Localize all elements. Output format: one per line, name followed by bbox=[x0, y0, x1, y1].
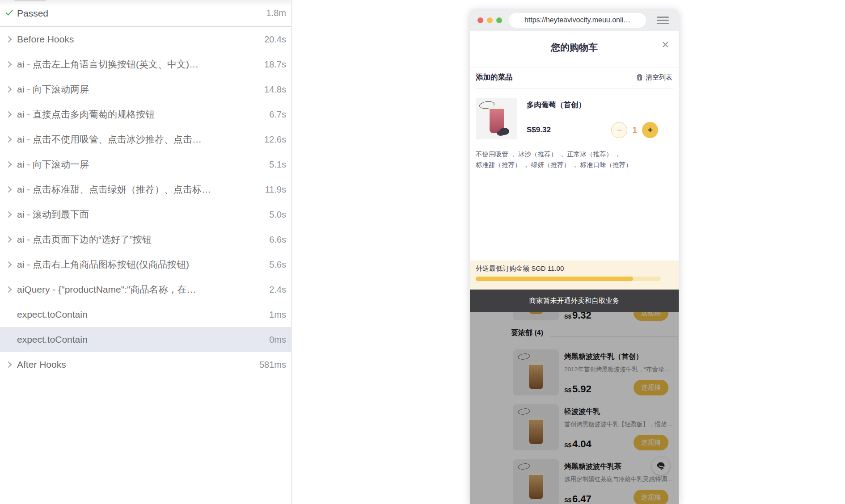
test-step-row[interactable]: aiQuery - {"productName":"商品名称，在… 2.4s bbox=[0, 277, 291, 302]
test-step-row[interactable]: expect.toContain 0ms bbox=[0, 327, 291, 352]
test-status-duration: 1.8m bbox=[266, 8, 286, 18]
test-step-label: aiQuery - {"productName":"商品名称，在… bbox=[17, 283, 269, 296]
cart-item-price: S$9.32 bbox=[527, 126, 551, 134]
quantity-stepper: − 1 + bbox=[611, 122, 658, 138]
test-step-duration: 1ms bbox=[269, 310, 286, 320]
trash-icon bbox=[636, 74, 643, 81]
test-step-duration: 11.9s bbox=[265, 185, 286, 195]
app-root: Passed 1.8m Before Hooks 20.4s ai - 点击左上… bbox=[0, 0, 845, 504]
hamburger-icon[interactable] bbox=[657, 15, 669, 26]
cart-item-name: 多肉葡萄（首创） bbox=[527, 100, 586, 110]
test-step-duration: 18.7s bbox=[264, 59, 286, 70]
test-step-row[interactable]: ai - 向下滚动一屏 5.1s bbox=[0, 152, 291, 177]
test-step-duration: 6.6s bbox=[269, 235, 286, 245]
browser-mockup: https://heyteavivocity.meuu.onli… S$9.32… bbox=[470, 9, 679, 504]
chevron-right-icon bbox=[5, 162, 17, 167]
zoom-window-button[interactable] bbox=[496, 17, 502, 23]
minimize-window-button[interactable] bbox=[487, 17, 493, 23]
test-step-duration: 581ms bbox=[259, 360, 286, 370]
toast-banner: 商家暂未开通外卖和自取业务 bbox=[470, 290, 679, 312]
browser-topbar: https://heyteavivocity.meuu.onli… bbox=[470, 9, 679, 31]
test-step-label: expect.toContain bbox=[17, 334, 269, 345]
chevron-right-icon bbox=[5, 187, 17, 192]
test-step-duration: 14.8s bbox=[264, 84, 286, 95]
chevron-right-icon bbox=[5, 137, 17, 142]
options-line-2: 标准甜（推荐） ， 绿妍（推荐） ， 标准口味（推荐） bbox=[476, 160, 632, 170]
test-step-duration: 0ms bbox=[269, 335, 286, 345]
test-step-label: ai - 向下滚动两屏 bbox=[17, 83, 264, 96]
test-step-label: ai - 点击标准甜、点击绿妍（推荐）、点击标… bbox=[17, 183, 265, 196]
test-step-label: After Hooks bbox=[17, 359, 259, 370]
test-step-row[interactable]: ai - 滚动到最下面 5.0s bbox=[0, 202, 291, 227]
clear-list-label: 清空列表 bbox=[646, 73, 672, 82]
test-step-duration: 20.4s bbox=[264, 34, 286, 45]
cart-item-image bbox=[476, 98, 517, 139]
chevron-right-icon bbox=[5, 287, 17, 292]
added-items-label: 添加的菜品 bbox=[476, 72, 513, 82]
check-icon bbox=[5, 8, 17, 19]
test-step-duration: 6.7s bbox=[269, 109, 286, 120]
chevron-right-icon bbox=[5, 112, 17, 117]
test-status-row[interactable]: Passed 1.8m bbox=[0, 0, 291, 27]
clear-list-button[interactable]: 清空列表 bbox=[636, 73, 672, 82]
test-step-row[interactable]: ai - 点击标准甜、点击绿妍（推荐）、点击标… 11.9s bbox=[0, 177, 291, 202]
test-step-row[interactable]: ai - 直接点击多肉葡萄的规格按钮 6.7s bbox=[0, 102, 291, 127]
test-step-duration: 12.6s bbox=[264, 134, 286, 145]
test-status-label: Passed bbox=[17, 8, 266, 19]
quantity-value: 1 bbox=[632, 125, 637, 135]
test-step-label: ai - 点击左上角语言切换按钮(英文、中文)… bbox=[17, 58, 264, 71]
preview-stage: https://heyteavivocity.meuu.onli… S$9.32… bbox=[292, 0, 845, 504]
test-step-label: expect.toContain bbox=[17, 309, 269, 320]
chevron-right-icon bbox=[5, 262, 17, 267]
test-step-row[interactable]: After Hooks 581ms bbox=[0, 352, 291, 377]
chevron-right-icon bbox=[5, 362, 17, 367]
cart-modal: 您的购物车 × 添加的菜品 清空列表 多肉 bbox=[470, 31, 679, 290]
chevron-right-icon bbox=[5, 87, 17, 92]
test-step-label: ai - 向下滚动一屏 bbox=[17, 158, 269, 171]
test-step-label: ai - 滚动到最下面 bbox=[17, 208, 269, 221]
test-step-duration: 5.0s bbox=[269, 210, 286, 220]
test-step-label: Before Hooks bbox=[17, 34, 264, 45]
increase-quantity-button[interactable]: + bbox=[642, 122, 658, 138]
decrease-quantity-button[interactable]: − bbox=[611, 122, 627, 138]
scroll-remnant bbox=[14, 0, 46, 1]
chevron-right-icon bbox=[5, 37, 17, 42]
test-step-label: ai - 点击不使用吸管、点击冰沙推荐、点击… bbox=[17, 133, 264, 146]
test-step-row[interactable]: ai - 点击右上角商品图标按钮(仅商品按钮) 5.6s bbox=[0, 252, 291, 277]
cart-title: 您的购物车 bbox=[470, 41, 679, 54]
test-step-row[interactable]: ai - 向下滚动两屏 14.8s bbox=[0, 77, 291, 102]
divider bbox=[470, 67, 679, 67]
address-bar[interactable]: https://heyteavivocity.meuu.onli… bbox=[509, 13, 646, 28]
window-controls bbox=[477, 17, 502, 23]
test-step-label: ai - 点击右上角商品图标按钮(仅商品按钮) bbox=[17, 258, 269, 271]
close-icon[interactable]: × bbox=[662, 39, 669, 51]
chevron-right-icon bbox=[5, 62, 17, 67]
test-step-row[interactable]: Before Hooks 20.4s bbox=[0, 27, 291, 52]
test-step-label: ai - 点击页面下边的“选好了”按钮 bbox=[17, 233, 269, 246]
chevron-right-icon bbox=[5, 212, 17, 217]
chevron-right-icon bbox=[5, 237, 17, 242]
test-steps-panel: Passed 1.8m Before Hooks 20.4s ai - 点击左上… bbox=[0, 0, 292, 504]
test-step-duration: 5.6s bbox=[269, 260, 286, 270]
cart-item-options: 不使用吸管 ， 冰沙（推荐） ， 正常冰（推荐） ， 标准甜（推荐） ， 绿妍（… bbox=[476, 149, 632, 170]
min-order-progress bbox=[476, 277, 661, 281]
test-step-label: ai - 直接点击多肉葡萄的规格按钮 bbox=[17, 108, 269, 121]
close-window-button[interactable] bbox=[477, 17, 483, 23]
test-step-list: Before Hooks 20.4s ai - 点击左上角语言切换按钮(英文、中… bbox=[0, 27, 291, 377]
test-step-duration: 2.4s bbox=[269, 285, 286, 295]
test-step-row[interactable]: ai - 点击页面下边的“选好了”按钮 6.6s bbox=[0, 227, 291, 252]
min-order-banner: 外送最低订购金额 SGD 11.00 bbox=[470, 260, 679, 290]
min-order-label: 外送最低订购金额 SGD 11.00 bbox=[476, 265, 564, 273]
test-step-row[interactable]: ai - 点击不使用吸管、点击冰沙推荐、点击… 12.6s bbox=[0, 127, 291, 152]
divider bbox=[476, 88, 673, 88]
test-step-duration: 5.1s bbox=[269, 160, 286, 170]
options-line-1: 不使用吸管 ， 冰沙（推荐） ， 正常冰（推荐） ， bbox=[476, 149, 632, 160]
test-step-row[interactable]: ai - 点击左上角语言切换按钮(英文、中文)… 18.7s bbox=[0, 52, 291, 77]
test-step-row[interactable]: expect.toContain 1ms bbox=[0, 302, 291, 327]
